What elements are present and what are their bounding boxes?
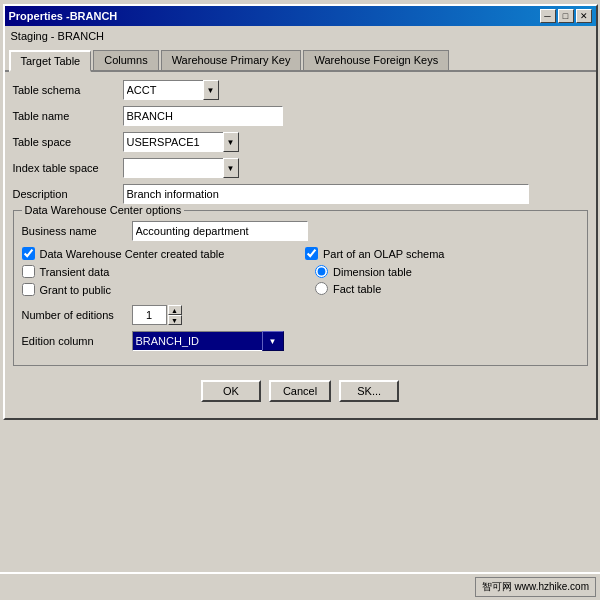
description-label: Description — [13, 188, 123, 200]
num-editions-label: Number of editions — [22, 309, 132, 321]
index-table-space-dropdown[interactable]: ▼ — [223, 158, 239, 178]
edition-column-label: Edition column — [22, 335, 132, 347]
table-type-radio-group: Dimension table Fact table — [315, 265, 579, 295]
fact-radio[interactable] — [315, 282, 328, 295]
olap-checkbox[interactable] — [305, 247, 318, 260]
num-editions-spinner: ▲ ▼ — [132, 305, 182, 325]
num-editions-row: Number of editions ▲ ▼ — [22, 305, 579, 325]
table-schema-row: Table schema ▼ — [13, 80, 588, 100]
olap-label: Part of an OLAP schema — [323, 248, 444, 260]
right-col: Part of an OLAP schema Dimension table F… — [295, 247, 579, 301]
table-name-row: Table name — [13, 106, 588, 126]
tab-columns[interactable]: Columns — [93, 50, 158, 70]
edition-column-dropdown[interactable]: ▼ — [262, 331, 284, 351]
title-bar: Properties -BRANCH ─ □ ✕ — [5, 6, 596, 26]
window-title: Properties -BRANCH — [9, 10, 118, 22]
table-schema-combo: ▼ — [123, 80, 219, 100]
table-schema-dropdown[interactable]: ▼ — [203, 80, 219, 100]
minimize-button[interactable]: ─ — [540, 9, 556, 23]
fact-row: Fact table — [315, 282, 579, 295]
grant-checkbox[interactable] — [22, 283, 35, 296]
close-button[interactable]: ✕ — [576, 9, 592, 23]
transient-checkbox[interactable] — [22, 265, 35, 278]
grant-label: Grant to public — [40, 284, 112, 296]
two-col-section: Data Warehouse Center created table Tran… — [22, 247, 579, 301]
table-name-input[interactable] — [123, 106, 283, 126]
tab-target-table[interactable]: Target Table — [9, 50, 92, 72]
cancel-button[interactable]: Cancel — [269, 380, 331, 402]
index-table-space-row: Index table space ▼ — [13, 158, 588, 178]
index-table-space-label: Index table space — [13, 162, 123, 174]
dimension-radio[interactable] — [315, 265, 328, 278]
table-name-label: Table name — [13, 110, 123, 122]
taskbar: 智可网 www.hzhike.com — [0, 572, 600, 600]
grant-row: Grant to public — [22, 283, 296, 296]
table-space-input[interactable] — [123, 132, 223, 152]
tab-warehouse-foreign-keys[interactable]: Warehouse Foreign Keys — [303, 50, 449, 70]
skip-button[interactable]: SK... — [339, 380, 399, 402]
index-table-space-input[interactable] — [123, 158, 223, 178]
fact-label: Fact table — [333, 283, 381, 295]
maximize-button[interactable]: □ — [558, 9, 574, 23]
content-area: Table schema ▼ Table name Table space ▼ … — [5, 72, 596, 418]
tab-warehouse-primary-key[interactable]: Warehouse Primary Key — [161, 50, 302, 70]
table-schema-input[interactable] — [123, 80, 203, 100]
olap-row: Part of an OLAP schema — [305, 247, 579, 260]
dw-group-title: Data Warehouse Center options — [22, 204, 185, 216]
title-buttons: ─ □ ✕ — [540, 9, 592, 23]
left-col: Data Warehouse Center created table Tran… — [22, 247, 296, 301]
dimension-row: Dimension table — [315, 265, 579, 278]
spinner-up-button[interactable]: ▲ — [168, 305, 182, 315]
dw-group-content: Business name Data Warehouse Center crea… — [22, 217, 579, 351]
ok-button[interactable]: OK — [201, 380, 261, 402]
taskbar-clock: 智可网 www.hzhike.com — [475, 577, 596, 597]
edition-column-combo: ▼ — [132, 331, 284, 351]
business-name-row: Business name — [22, 221, 579, 241]
description-row: Description — [13, 184, 588, 204]
dw-created-row: Data Warehouse Center created table — [22, 247, 296, 260]
staging-label: Staging - BRANCH — [5, 26, 596, 46]
table-space-row: Table space ▼ — [13, 132, 588, 152]
dimension-label: Dimension table — [333, 266, 412, 278]
num-editions-input[interactable] — [132, 305, 167, 325]
business-name-input[interactable] — [132, 221, 308, 241]
transient-row: Transient data — [22, 265, 296, 278]
spinner-buttons: ▲ ▼ — [168, 305, 182, 325]
dw-created-label: Data Warehouse Center created table — [40, 248, 225, 260]
table-space-label: Table space — [13, 136, 123, 148]
spinner-down-button[interactable]: ▼ — [168, 315, 182, 325]
table-space-combo: ▼ — [123, 132, 239, 152]
index-table-space-combo: ▼ — [123, 158, 239, 178]
business-name-label: Business name — [22, 225, 132, 237]
tab-bar: Target Table Columns Warehouse Primary K… — [5, 46, 596, 72]
table-schema-label: Table schema — [13, 84, 123, 96]
dw-group-box: Data Warehouse Center options Business n… — [13, 210, 588, 366]
main-window: Properties -BRANCH ─ □ ✕ Staging - BRANC… — [3, 4, 598, 420]
table-space-dropdown[interactable]: ▼ — [223, 132, 239, 152]
description-input[interactable] — [123, 184, 529, 204]
transient-label: Transient data — [40, 266, 110, 278]
edition-column-input[interactable] — [132, 331, 262, 351]
edition-column-row: Edition column ▼ — [22, 331, 579, 351]
dw-created-checkbox[interactable] — [22, 247, 35, 260]
dialog-buttons: OK Cancel SK... — [13, 372, 588, 410]
